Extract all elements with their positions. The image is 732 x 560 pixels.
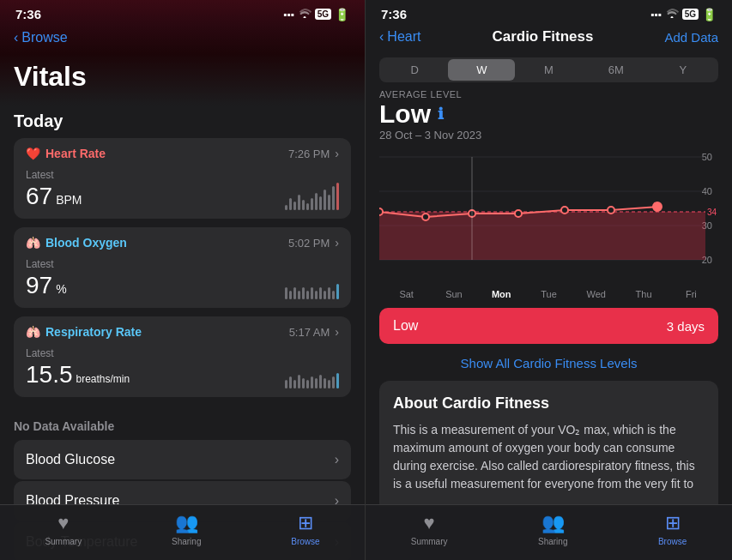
status-icons-left: ▪▪▪ 5G 🔋 <box>283 8 349 21</box>
cellular-badge-r: 5G <box>682 9 699 20</box>
svg-text:34: 34 <box>707 208 717 217</box>
blood-oxygen-value: 97 <box>26 272 52 299</box>
back-button-right[interactable]: ‹ Heart <box>379 29 420 45</box>
cardio-chart: 50 40 30 20 34 <box>379 148 718 286</box>
heart-rate-header: ❤️ Heart Rate 7:26 PM › <box>14 138 351 166</box>
summary-icon: ♥ <box>57 512 69 534</box>
signal-icon-r: ▪▪▪ <box>650 9 662 21</box>
back-label-right: Heart <box>387 29 420 45</box>
svg-point-15 <box>561 207 568 214</box>
avg-level-value: Low ℹ <box>379 99 718 129</box>
heart-rate-title: ❤️ Heart Rate <box>26 147 106 160</box>
chart-area: AVERAGE LEVEL Low ℹ 28 Oct – 3 Nov 2023 … <box>379 89 718 299</box>
resp-chart <box>285 358 339 388</box>
resp-body: Latest 15.5 breaths/min <box>14 344 351 397</box>
tab-sharing-left[interactable]: 👥 Sharing <box>172 512 201 546</box>
sharing-icon-r: 👥 <box>541 512 565 534</box>
svg-point-14 <box>515 210 522 217</box>
blood-glucose-item[interactable]: Blood Glucose › <box>14 440 351 479</box>
day-labels: Sat Sun Mon Tue Wed Thu Fri <box>379 289 718 299</box>
blood-oxygen-header: 🫁 Blood Oxygen 5:02 PM › <box>14 227 351 255</box>
chevron-right-icon-4: › <box>335 452 339 467</box>
segment-y[interactable]: Y <box>650 59 717 81</box>
resp-time: 5:17 AM <box>289 326 330 339</box>
segment-m[interactable]: M <box>515 59 582 81</box>
resp-icon: 🫁 <box>26 325 40 339</box>
latest-label: Latest <box>26 169 82 181</box>
day-sun: Sun <box>430 289 477 299</box>
nav-bar-right: ‹ Heart Cardio Fitness Add Data <box>366 25 732 54</box>
tab-browse-right[interactable]: ⊞ Browse <box>658 512 687 546</box>
day-wed: Wed <box>572 289 620 299</box>
blood-oxygen-body: Latest 97 % <box>14 255 351 308</box>
tab-summary-left[interactable]: ♥ Summary <box>45 512 82 546</box>
browse-icon-r: ⊞ <box>665 512 681 534</box>
segment-w[interactable]: W <box>448 59 515 81</box>
sharing-icon: 👥 <box>175 512 198 534</box>
segment-d[interactable]: D <box>381 59 448 81</box>
avg-level-label: AVERAGE LEVEL <box>379 89 718 99</box>
time-left: 7:36 <box>15 7 41 21</box>
svg-point-11 <box>379 208 383 215</box>
no-data-title: No Data Available <box>14 419 351 433</box>
tab-bar-left: ♥ Summary 👥 Sharing ⊞ Browse <box>0 504 365 560</box>
date-range: 28 Oct – 3 Nov 2023 <box>379 129 718 142</box>
back-button-left[interactable]: ‹ Browse <box>14 30 68 45</box>
time-right: 7:36 <box>381 7 407 21</box>
heart-icon: ❤️ <box>26 147 40 160</box>
tab-bar-right: ♥ Summary 👥 Sharing ⊞ Browse <box>366 504 732 560</box>
signal-icon: ▪▪▪ <box>283 9 294 21</box>
show-all-link[interactable]: Show All Cardio Fitness Levels <box>366 352 732 381</box>
day-sat: Sat <box>383 289 430 299</box>
today-label: Today <box>0 111 365 131</box>
summary-icon-r: ♥ <box>424 512 435 534</box>
fitness-level-card[interactable]: Low 3 days <box>379 308 718 344</box>
day-mon: Mon <box>478 289 525 299</box>
respiratory-rate-header: 🫁 Respiratory Rate 5:17 AM › <box>14 316 351 344</box>
wifi-icon-r <box>665 8 679 21</box>
chevron-right-icon-3: › <box>335 325 339 339</box>
status-icons-right: ▪▪▪ 5G 🔋 <box>650 8 717 21</box>
summary-label-left: Summary <box>45 537 82 546</box>
page-title: Vitals <box>14 61 351 93</box>
sharing-label-left: Sharing <box>172 537 201 546</box>
tab-summary-right[interactable]: ♥ Summary <box>411 512 448 546</box>
page-title-area: Vitals <box>0 54 365 111</box>
day-tue: Tue <box>525 289 572 299</box>
tab-sharing-right[interactable]: 👥 Sharing <box>538 512 567 546</box>
about-title: About Cardio Fitness <box>393 394 705 412</box>
day-fri: Fri <box>668 289 715 299</box>
respiratory-rate-card[interactable]: 🫁 Respiratory Rate 5:17 AM › Latest 15.5… <box>14 316 351 397</box>
resp-value: 15.5 <box>26 361 73 388</box>
show-all-label: Show All Cardio Fitness Levels <box>461 356 638 370</box>
segment-6m[interactable]: 6M <box>583 59 650 81</box>
heart-rate-time: 7:26 PM <box>288 148 330 160</box>
browse-label-left: Browse <box>291 537 319 546</box>
avg-value-text: Low <box>379 99 431 129</box>
blood-oxygen-time: 5:02 PM <box>288 237 330 250</box>
heart-rate-card[interactable]: ❤️ Heart Rate 7:26 PM › Latest 67 BPM <box>14 138 351 219</box>
fitness-days-label: 3 days <box>667 319 705 334</box>
oxygen-icon: 🫁 <box>26 236 40 250</box>
chart-meta: AVERAGE LEVEL Low ℹ 28 Oct – 3 Nov 2023 <box>379 89 718 142</box>
day-thu: Thu <box>620 289 667 299</box>
latest-label-2: Latest <box>26 258 67 270</box>
left-phone: 7:36 ▪▪▪ 5G 🔋 ‹ Browse Vitals Today <box>0 0 366 560</box>
info-button[interactable]: ℹ <box>438 105 444 123</box>
nav-title-right: Cardio Fitness <box>492 28 593 45</box>
tab-browse-left[interactable]: ⊞ Browse <box>291 512 319 546</box>
add-data-button[interactable]: Add Data <box>664 30 718 45</box>
blood-oxygen-card[interactable]: 🫁 Blood Oxygen 5:02 PM › Latest 97 % <box>14 227 351 308</box>
heart-rate-unit: BPM <box>56 193 82 207</box>
respiratory-rate-title: 🫁 Respiratory Rate <box>26 325 142 339</box>
summary-label-right: Summary <box>411 537 448 546</box>
status-bar-left: 7:36 ▪▪▪ 5G 🔋 <box>0 0 365 25</box>
latest-label-3: Latest <box>26 347 130 359</box>
status-bar-right: 7:36 ▪▪▪ 5G 🔋 <box>366 0 732 25</box>
svg-point-17 <box>653 202 662 211</box>
blood-oxygen-title: 🫁 Blood Oxygen <box>26 236 127 250</box>
about-section: About Cardio Fitness This is a measureme… <box>379 381 718 507</box>
heart-rate-body: Latest 67 BPM <box>14 166 351 219</box>
browse-label-right: Browse <box>658 537 687 546</box>
blood-oxygen-unit: % <box>56 282 66 296</box>
